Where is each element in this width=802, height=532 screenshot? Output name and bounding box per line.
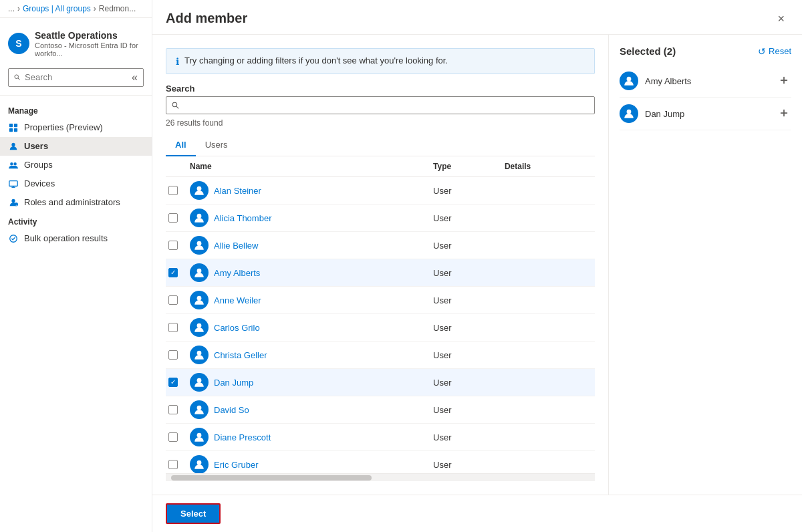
modal-search-box[interactable] — [166, 96, 595, 114]
select-button[interactable]: Select — [166, 503, 221, 524]
table-row: Dan JumpUser — [166, 369, 595, 396]
user-name[interactable]: Dan Jump — [214, 378, 253, 388]
user-avatar — [190, 291, 209, 309]
row-checkbox[interactable] — [168, 186, 178, 195]
sidebar-search-input[interactable] — [25, 72, 128, 82]
modal-title: Add member — [166, 11, 247, 26]
reset-button[interactable]: ↺ Reset — [758, 46, 791, 57]
reset-icon: ↺ — [758, 46, 766, 57]
selected-item-name: Amy Alberts — [645, 76, 770, 86]
modal-search-input[interactable] — [184, 100, 589, 110]
scrollbar-thumb[interactable] — [171, 475, 372, 481]
user-name[interactable]: Diane Prescott — [214, 432, 271, 442]
breadcrumb-current: Redmon... — [99, 4, 136, 13]
table-row: Alicia ThomberUser — [166, 205, 595, 232]
main-content: Add member × ℹ Try changing or adding fi… — [152, 0, 802, 532]
svg-rect-3 — [14, 124, 17, 127]
table-row: Carlos GriloUser — [166, 314, 595, 342]
user-name[interactable]: David So — [214, 405, 249, 415]
remove-selected-button[interactable] — [777, 107, 791, 121]
devices-icon — [8, 178, 19, 189]
tab-all[interactable]: All — [166, 134, 196, 156]
groups-label: Groups — [24, 160, 53, 170]
user-type: User — [430, 177, 502, 205]
row-checkbox[interactable] — [168, 295, 178, 305]
svg-point-29 — [627, 77, 632, 82]
sidebar-search-box[interactable]: « — [8, 68, 144, 87]
sidebar-item-groups[interactable]: Groups — [0, 156, 152, 174]
col-name: Name — [187, 156, 430, 177]
devices-label: Devices — [24, 178, 55, 188]
user-name[interactable]: Christa Geller — [214, 350, 267, 360]
row-checkbox[interactable] — [168, 213, 178, 223]
sidebar-item-devices[interactable]: Devices — [0, 174, 152, 193]
svg-rect-2 — [9, 124, 13, 127]
breadcrumb: ... › Groups | All groups › Redmon... — [0, 0, 152, 18]
members-table-container: Name Type Details Alan SteinerUserAlicia… — [166, 156, 595, 473]
user-details — [502, 451, 595, 474]
sidebar: ... › Groups | All groups › Redmon... S … — [0, 0, 152, 532]
svg-point-20 — [197, 241, 202, 246]
user-name[interactable]: Alicia Thomber — [214, 213, 271, 223]
svg-point-21 — [197, 269, 202, 273]
sidebar-item-roles[interactable]: + Roles and administrators — [0, 193, 152, 212]
breadcrumb-dots[interactable]: ... — [8, 4, 15, 13]
row-checkbox[interactable] — [168, 378, 178, 387]
user-name[interactable]: Allie Bellew — [214, 241, 258, 251]
row-checkbox[interactable] — [168, 323, 178, 332]
filter-tabs: All Users — [166, 134, 595, 156]
members-table: Name Type Details Alan SteinerUserAlicia… — [166, 156, 595, 473]
results-count: 26 results found — [166, 118, 595, 128]
user-name[interactable]: Anne Weiler — [214, 295, 261, 305]
sidebar-collapse-button[interactable]: « — [132, 72, 138, 84]
row-checkbox[interactable] — [168, 405, 178, 414]
user-type: User — [430, 232, 502, 259]
user-name[interactable]: Eric Gruber — [214, 460, 258, 470]
table-row: Eric GruberUser — [166, 451, 595, 474]
svg-point-12 — [11, 199, 15, 203]
row-checkbox[interactable] — [168, 241, 178, 250]
user-type: User — [430, 314, 502, 342]
row-checkbox[interactable] — [168, 268, 178, 277]
users-icon — [8, 141, 19, 152]
remove-selected-button[interactable] — [777, 74, 791, 88]
row-checkbox[interactable] — [168, 460, 178, 469]
row-checkbox[interactable] — [168, 350, 178, 360]
table-row: Diane PrescottUser — [166, 424, 595, 451]
svg-line-1 — [18, 78, 20, 80]
user-type: User — [430, 369, 502, 396]
svg-point-6 — [11, 143, 15, 146]
svg-point-22 — [197, 296, 202, 301]
user-name[interactable]: Amy Alberts — [214, 268, 260, 278]
svg-rect-5 — [14, 128, 17, 132]
modal-inner: ℹ Try changing or adding filters if you … — [152, 35, 802, 495]
selected-item: Amy Alberts — [620, 65, 791, 98]
user-details — [502, 177, 595, 205]
svg-rect-31 — [783, 76, 785, 84]
selected-header: Selected (2) ↺ Reset — [620, 45, 791, 57]
selected-avatar — [620, 72, 638, 90]
svg-point-25 — [197, 378, 202, 383]
sidebar-header: S Seattle Operations Contoso - Microsoft… — [0, 18, 152, 96]
tab-users[interactable]: Users — [196, 134, 237, 156]
sidebar-item-bulk[interactable]: Bulk operation results — [0, 229, 152, 248]
sidebar-nav: Manage Properties (Preview) Users Groups — [0, 96, 152, 532]
user-avatar — [190, 209, 209, 227]
svg-line-17 — [176, 106, 178, 108]
row-checkbox[interactable] — [168, 432, 178, 442]
org-info: S Seattle Operations Contoso - Microsoft… — [8, 25, 144, 63]
info-banner: ℹ Try changing or adding filters if you … — [166, 48, 595, 74]
breadcrumb-groups[interactable]: Groups | All groups — [23, 4, 91, 13]
user-name[interactable]: Carlos Grilo — [214, 323, 260, 333]
manage-section-title: Manage — [0, 101, 152, 118]
modal-close-button[interactable]: × — [773, 11, 789, 26]
sidebar-item-properties[interactable]: Properties (Preview) — [0, 118, 152, 137]
col-checkbox — [166, 156, 187, 177]
horizontal-scrollbar[interactable] — [166, 473, 595, 481]
svg-point-7 — [10, 162, 13, 165]
user-type: User — [430, 424, 502, 451]
svg-point-0 — [15, 75, 19, 79]
table-row: Christa GellerUser — [166, 342, 595, 369]
sidebar-item-users[interactable]: Users — [0, 137, 152, 156]
user-name[interactable]: Alan Steiner — [214, 186, 261, 196]
